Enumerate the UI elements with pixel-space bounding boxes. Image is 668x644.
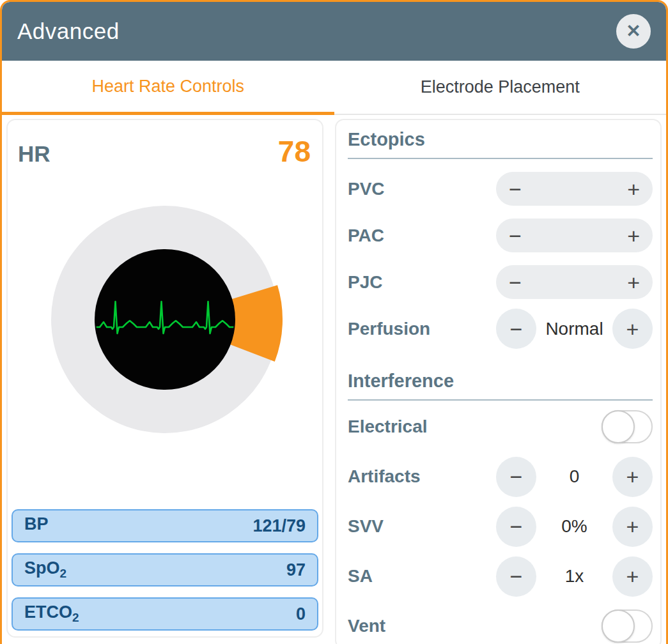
vent-toggle[interactable]: [602, 610, 653, 643]
plus-button[interactable]: +: [612, 507, 653, 547]
plus-icon: +: [626, 565, 639, 587]
plus-button[interactable]: +: [612, 457, 653, 497]
vital-value: 97: [286, 560, 306, 580]
section-divider: [348, 399, 653, 401]
vital-value: 0: [296, 604, 306, 624]
electrical-label: Electrical: [348, 417, 602, 437]
row-pvc: PVC − +: [348, 169, 653, 209]
plus-icon: +: [626, 318, 639, 340]
pvc-label: PVC: [348, 179, 496, 199]
minus-button[interactable]: −: [496, 556, 536, 597]
artifacts-stepper: − 0 +: [496, 457, 653, 497]
plus-icon[interactable]: +: [627, 272, 640, 293]
dialog-header: Advanced ✕: [2, 2, 666, 61]
tab-heart-rate-controls[interactable]: Heart Rate Controls: [2, 61, 334, 115]
plus-icon[interactable]: +: [627, 225, 640, 247]
row-svv: SVV − 0% +: [348, 505, 653, 548]
row-sa: SA − 1x +: [348, 555, 653, 597]
minus-button[interactable]: −: [496, 507, 536, 547]
artifacts-label: Artifacts: [348, 466, 496, 487]
plus-button[interactable]: +: [612, 556, 653, 597]
plus-icon: +: [626, 466, 639, 487]
plus-icon: +: [626, 516, 639, 537]
hr-panel: HR 78 BP 121/79 SpO2 9: [6, 119, 323, 638]
pjc-stepper: − +: [496, 265, 653, 299]
row-pac: PAC − +: [348, 215, 653, 256]
vital-label: BP: [24, 514, 49, 537]
minus-button[interactable]: −: [496, 457, 536, 497]
vital-row-etco2[interactable]: ETCO2 0: [12, 597, 318, 631]
minus-icon[interactable]: −: [509, 272, 522, 293]
perfusion-label: Perfusion: [348, 319, 496, 339]
perfusion-value: Normal: [536, 319, 612, 339]
section-title-interference: Interference: [348, 371, 653, 392]
row-electrical: Electrical: [348, 406, 653, 448]
row-vent: Vent: [348, 605, 653, 644]
minus-icon: −: [510, 466, 523, 487]
sa-stepper: − 1x +: [496, 556, 653, 597]
row-pjc: PJC − +: [348, 262, 653, 302]
vent-label: Vent: [348, 616, 602, 636]
toggle-knob: [602, 610, 635, 643]
svv-label: SVV: [348, 516, 496, 537]
minus-icon[interactable]: −: [509, 225, 522, 247]
svv-value: 0%: [536, 516, 612, 537]
artifacts-value: 0: [536, 466, 612, 487]
plus-button[interactable]: +: [612, 309, 653, 349]
section-title-ectopics: Ectopics: [348, 129, 653, 150]
section-divider: [348, 158, 653, 159]
dialog-title: Advanced: [17, 19, 120, 44]
row-artifacts: Artifacts − 0 +: [348, 456, 653, 498]
vital-row-bp[interactable]: BP 121/79: [12, 509, 318, 542]
pac-stepper: − +: [496, 218, 653, 252]
vitals-list: BP 121/79 SpO2 97 ETCO2 0: [8, 509, 322, 636]
hr-value: 78: [278, 134, 311, 169]
tab-bar: Heart Rate Controls Electrode Placement: [2, 61, 666, 115]
vital-row-spo2[interactable]: SpO2 97: [12, 553, 318, 586]
vital-value: 121/79: [252, 516, 306, 536]
tab-electrode-placement[interactable]: Electrode Placement: [334, 61, 667, 115]
hr-dial-graphic: [46, 201, 284, 438]
hr-label: HR: [18, 141, 50, 167]
vital-label: ETCO2: [24, 602, 79, 625]
sa-label: SA: [348, 566, 496, 586]
minus-icon: −: [510, 565, 523, 587]
toggle-knob: [602, 410, 635, 443]
advanced-dialog: Advanced ✕ Heart Rate Controls Electrode…: [0, 0, 668, 644]
electrical-toggle[interactable]: [602, 410, 653, 443]
ectopics-rows: PVC − + PAC − + PJC −: [348, 169, 653, 349]
svv-stepper: − 0% +: [496, 507, 653, 547]
perfusion-stepper: − Normal +: [496, 309, 653, 349]
interference-rows: Electrical Artifacts − 0 + SVV: [348, 406, 653, 644]
pjc-label: PJC: [348, 272, 496, 293]
hr-readout: HR 78: [8, 120, 322, 169]
minus-icon[interactable]: −: [509, 178, 522, 200]
pac-label: PAC: [348, 226, 496, 246]
minus-icon: −: [510, 318, 523, 340]
pvc-stepper: − +: [496, 172, 653, 206]
minus-button[interactable]: −: [496, 309, 536, 349]
plus-icon[interactable]: +: [627, 178, 640, 200]
sa-value: 1x: [536, 566, 612, 586]
close-button[interactable]: ✕: [616, 14, 651, 49]
close-icon: ✕: [626, 22, 641, 40]
minus-icon: −: [510, 516, 523, 537]
controls-panel: Ectopics PVC − + PAC − +: [335, 119, 662, 644]
vital-label: SpO2: [24, 558, 66, 581]
dialog-content: HR 78 BP 121/79 SpO2 9: [2, 115, 666, 644]
hr-dial-knob[interactable]: [46, 201, 284, 438]
row-perfusion: Perfusion − Normal +: [348, 309, 653, 349]
